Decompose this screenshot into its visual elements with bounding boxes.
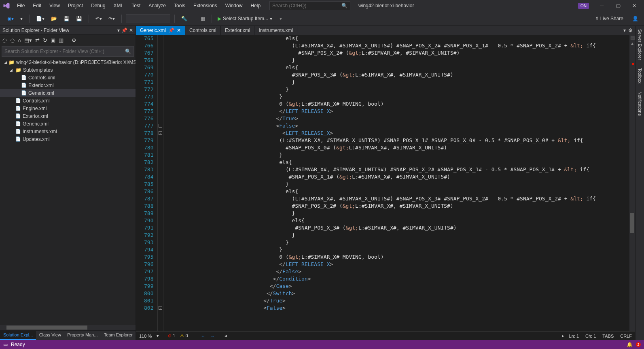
output-icon[interactable]: ▭ bbox=[3, 342, 8, 347]
menu-analyze[interactable]: Analyze bbox=[144, 1, 170, 10]
maximize-button[interactable]: ▢ bbox=[610, 0, 626, 11]
collapse-icon[interactable]: ▣ bbox=[51, 37, 55, 43]
menu-window[interactable]: Window bbox=[221, 1, 247, 10]
tree-item[interactable]: 📄Controls.xml bbox=[0, 97, 136, 104]
live-share-button[interactable]: ⇪ Live Share bbox=[593, 14, 626, 23]
save-all-icon[interactable]: 💾 bbox=[74, 14, 85, 23]
document-tab[interactable]: Generic.xml📌✕ bbox=[136, 26, 185, 35]
save-icon[interactable]: 💾 bbox=[61, 14, 72, 23]
undo-icon[interactable]: ↶▾ bbox=[93, 14, 104, 23]
nav-back-icon[interactable]: ← bbox=[201, 334, 205, 338]
side-tab-server-explorer[interactable]: Server Explorer bbox=[637, 28, 643, 62]
side-tab-toolbox[interactable]: Toolbox bbox=[637, 66, 643, 85]
show-all-icon[interactable]: ▥ bbox=[59, 37, 64, 43]
dropdown-icon[interactable]: ▾ bbox=[117, 28, 120, 33]
menu-help[interactable]: Help bbox=[246, 1, 265, 10]
document-tab[interactable]: Exterior.xml bbox=[221, 26, 255, 35]
find-icon[interactable]: 🔦 bbox=[179, 14, 190, 23]
tree-item[interactable]: 📄Controls.xml bbox=[0, 74, 136, 81]
new-file-icon[interactable]: 📄▾ bbox=[34, 14, 47, 23]
solution-hscroll[interactable] bbox=[0, 325, 136, 330]
tree-item[interactable]: ◢📁Subtemplates bbox=[0, 66, 136, 74]
forward-icon[interactable]: ◌ bbox=[10, 37, 15, 43]
eol-indicator[interactable]: CRLF bbox=[620, 334, 632, 338]
col-indicator[interactable]: Ch: 1 bbox=[585, 334, 596, 338]
solution-tree[interactable]: ◢📁wing42-bleriot-xi-behavior (D:\PROJECT… bbox=[0, 57, 136, 325]
forward-nav-icon[interactable]: ▾ bbox=[18, 14, 25, 23]
solution-search[interactable]: 🔍 bbox=[2, 46, 134, 57]
panel-tab[interactable]: Class View bbox=[36, 331, 64, 340]
properties-icon[interactable]: ⚙ bbox=[72, 37, 76, 43]
back-nav-icon[interactable]: ◉▾ bbox=[5, 14, 16, 23]
global-search[interactable]: 🔍 bbox=[269, 1, 350, 10]
menu-tools[interactable]: Tools bbox=[170, 1, 189, 10]
scrollbar-thumb[interactable] bbox=[630, 213, 634, 233]
menu-xml[interactable]: XML bbox=[110, 1, 128, 10]
hscroll-left-icon[interactable]: ◂ bbox=[225, 333, 227, 338]
open-icon[interactable]: 📂 bbox=[49, 14, 59, 23]
line-indicator[interactable]: Ln: 1 bbox=[569, 334, 579, 338]
scroll-up-icon[interactable]: ▴ bbox=[629, 40, 635, 45]
refresh-icon[interactable]: ↻ bbox=[43, 37, 47, 43]
tree-item[interactable]: ◢📁wing42-bleriot-xi-behavior (D:\PROJECT… bbox=[0, 58, 136, 66]
switch-view-icon[interactable]: ▤▾ bbox=[24, 37, 32, 43]
tab-dropdown-icon[interactable]: ▾ bbox=[623, 28, 626, 33]
xml-icon[interactable]: ▦ bbox=[198, 14, 208, 23]
pin-icon[interactable]: 📌 bbox=[121, 28, 127, 33]
menu-test[interactable]: Test bbox=[127, 1, 144, 10]
start-button[interactable]: ▶ Select Startup Item... ▾ bbox=[214, 15, 275, 23]
menu-extensions[interactable]: Extensions bbox=[189, 1, 221, 10]
close-icon[interactable]: ✕ bbox=[129, 28, 133, 33]
error-marker[interactable] bbox=[632, 63, 634, 65]
menu-edit[interactable]: Edit bbox=[29, 1, 45, 10]
tree-item[interactable]: 📄Engine.xml bbox=[0, 104, 136, 112]
panel-tab[interactable]: Property Man... bbox=[64, 331, 100, 340]
indent-indicator[interactable]: TABS bbox=[602, 334, 614, 338]
scrollbar-thumb[interactable] bbox=[6, 326, 87, 330]
tree-item[interactable]: 📄Exterior.xml bbox=[0, 81, 136, 89]
config-dropdown[interactable] bbox=[126, 14, 170, 23]
redo-icon[interactable]: ↷▾ bbox=[106, 14, 117, 23]
menu-debug[interactable]: Debug bbox=[87, 1, 109, 10]
tree-item[interactable]: 📄Generic.xml bbox=[0, 120, 136, 128]
close-icon[interactable]: ✕ bbox=[177, 28, 181, 33]
fold-toggle[interactable]: - bbox=[159, 306, 162, 310]
zoom-dropdown-icon[interactable]: ▾ bbox=[157, 333, 159, 338]
side-tab-notifications[interactable]: Notifications bbox=[637, 90, 643, 117]
menu-file[interactable]: File bbox=[13, 1, 29, 10]
tree-item[interactable]: 📄Generic.xml bbox=[0, 89, 136, 97]
pin-icon[interactable]: 📌 bbox=[168, 28, 174, 33]
fold-toggle[interactable]: - bbox=[159, 124, 162, 128]
code-content[interactable]: els{ (L:#SIMVAR_X#, #SIMVAR_X_UNITS#) #S… bbox=[163, 35, 629, 331]
document-tab[interactable]: Controls.xml bbox=[185, 26, 221, 35]
minimize-button[interactable]: ─ bbox=[594, 0, 610, 11]
solution-search-input[interactable] bbox=[4, 49, 125, 54]
panel-tab[interactable]: Solution Expl... bbox=[0, 331, 36, 340]
tree-item[interactable]: 📄Updates.xml bbox=[0, 135, 136, 143]
document-tab[interactable]: Instruments.xml bbox=[254, 26, 297, 35]
global-search-input[interactable] bbox=[272, 3, 341, 9]
nav-forward-icon[interactable]: → bbox=[210, 334, 215, 338]
menu-view[interactable]: View bbox=[45, 1, 64, 10]
close-button[interactable]: ✕ bbox=[626, 0, 642, 11]
split-icon[interactable]: ▤ bbox=[629, 35, 635, 40]
notification-icon[interactable]: 🔔 bbox=[627, 342, 633, 347]
code-editor[interactable]: 7657667677687697707717727737747757767777… bbox=[136, 35, 635, 331]
fold-column[interactable]: --- bbox=[158, 35, 163, 331]
tab-options-icon[interactable]: ⚙ bbox=[628, 28, 633, 33]
tree-item[interactable]: 📄Exterior.xml bbox=[0, 112, 136, 120]
vertical-scrollbar[interactable]: ▤ ▴ bbox=[629, 35, 635, 331]
error-icon[interactable]: ⊘ bbox=[168, 333, 172, 338]
warning-icon[interactable]: ⚠ bbox=[180, 333, 184, 338]
back-icon[interactable]: ◌ bbox=[2, 37, 7, 43]
account-badge[interactable]: ON bbox=[578, 3, 589, 9]
panel-tab[interactable]: Team Explorer bbox=[101, 331, 136, 340]
home-icon[interactable]: ⌂ bbox=[18, 37, 21, 43]
fold-toggle[interactable]: - bbox=[159, 131, 162, 135]
feedback-icon[interactable]: 👤 bbox=[630, 14, 641, 23]
sync-icon[interactable]: ⇄ bbox=[35, 37, 40, 43]
start-more-icon[interactable]: ▾ bbox=[280, 16, 282, 21]
zoom-level[interactable]: 110 % bbox=[139, 334, 152, 338]
tree-item[interactable]: 📄Instruments.xml bbox=[0, 128, 136, 135]
menu-project[interactable]: Project bbox=[64, 1, 87, 10]
